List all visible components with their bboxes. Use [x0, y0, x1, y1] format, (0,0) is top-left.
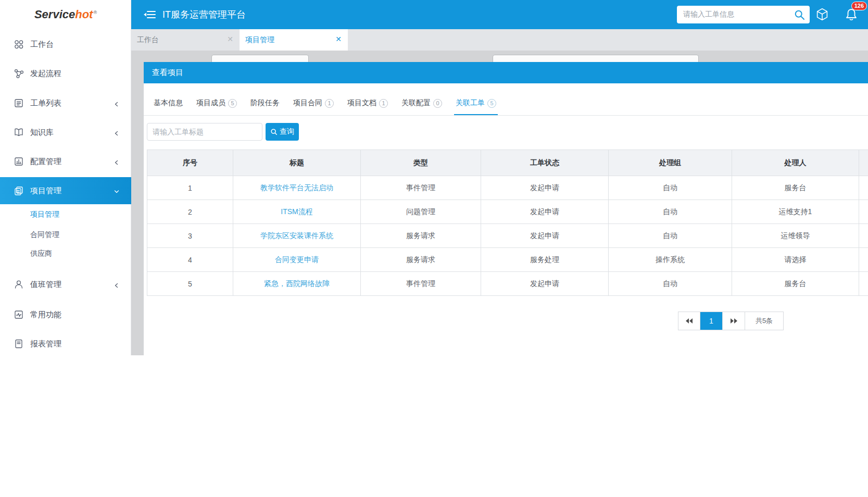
query-button[interactable]: 查询 — [266, 123, 299, 141]
window-tabbar: 工作台 ✕ 项目管理 ✕ — [131, 29, 868, 51]
sidebar-item-label: 知识库 — [30, 128, 54, 138]
table-row: 2 ITSM流程 问题管理 发起申请 自动 运维支持1 — [147, 200, 868, 224]
chevron-down-icon — [114, 188, 120, 194]
topbar-search-input[interactable] — [683, 6, 782, 22]
ticket-title-link[interactable]: 学院东区安装课件系统 — [233, 224, 361, 248]
cell-handle-group: 操作系统 — [609, 248, 732, 272]
col-header-title: 标题 — [233, 150, 361, 176]
cell-handle-group: 自动 — [609, 176, 732, 200]
app-root: Servicehot® 工作台 发起流程 工单列表 — [0, 0, 868, 497]
sidebar-subitem-project-management[interactable]: 项目管理 — [0, 205, 131, 224]
sidebar-item-label: 配置管理 — [30, 157, 61, 167]
grid-icon — [14, 39, 24, 49]
table-row: 1 教学软件平台无法启动 事件管理 发起申请 自动 服务台 — [147, 176, 868, 200]
pagination-page-1[interactable]: 1 — [700, 312, 723, 330]
sidebar-item-knowledge-base[interactable]: 知识库 — [0, 122, 131, 143]
ticket-title-link[interactable]: 合同变更申请 — [233, 248, 361, 272]
cell-extra — [859, 272, 868, 296]
sidebar-item-start-flow[interactable]: 发起流程 — [0, 63, 131, 84]
modal-header: 查看项目 — [144, 62, 868, 83]
cell-status: 发起申请 — [481, 224, 609, 248]
sidebar-subitem-label: 合同管理 — [30, 230, 59, 240]
cell-type: 服务请求 — [361, 224, 481, 248]
tab-count-badge: 0 — [433, 99, 442, 108]
search-icon[interactable] — [793, 8, 806, 21]
sidebar-subitem-contract-management[interactable]: 合同管理 — [0, 226, 131, 244]
window-tab-project-management[interactable]: 项目管理 ✕ — [240, 29, 348, 51]
tab-label: 关联配置 — [401, 98, 431, 108]
sidebar-subitem-label: 项目管理 — [30, 210, 59, 219]
cell-extra — [859, 248, 868, 272]
close-icon[interactable]: ✕ — [227, 35, 233, 43]
sidebar-item-config-management[interactable]: 配置管理 — [0, 151, 131, 172]
topbar-search — [677, 6, 810, 23]
tab-label: 基本信息 — [154, 98, 183, 108]
tab-project-members[interactable]: 项目成员 5 — [195, 98, 238, 115]
ticket-list-icon — [14, 98, 24, 108]
sidebar-subitem-supplier[interactable]: 供应商 — [0, 244, 131, 263]
tab-project-contracts[interactable]: 项目合同 1 — [292, 98, 335, 115]
cell-status: 发起申请 — [481, 272, 609, 296]
cell-handler: 服务台 — [732, 176, 859, 200]
tab-related-tickets[interactable]: 关联工单 5 — [454, 98, 498, 115]
window-tab-workbench[interactable]: 工作台 ✕ — [131, 29, 240, 51]
cell-extra — [859, 176, 868, 200]
ticket-title-search-input[interactable] — [153, 123, 257, 140]
cell-handle-group: 自动 — [609, 272, 732, 296]
flow-icon — [14, 68, 24, 79]
sidebar-item-label: 常用功能 — [30, 310, 61, 320]
sidebar-item-duty-management[interactable]: 值班管理 — [0, 274, 131, 295]
cell-extra — [859, 224, 868, 248]
related-tickets-table: 序号 标题 类型 工单状态 处理组 处理人 1 教学软件平台无法启动 事件管理 … — [147, 150, 868, 296]
sidebar-item-workbench[interactable]: 工作台 — [0, 34, 131, 55]
bar-chart-icon — [14, 156, 24, 167]
pagination-last-button[interactable] — [723, 312, 745, 330]
pagination-first-button[interactable] — [678, 312, 700, 330]
cell-handler: 服务台 — [732, 272, 859, 296]
cell-index: 5 — [147, 272, 233, 296]
notification-badge: 126 — [851, 2, 867, 10]
close-icon[interactable]: ✕ — [335, 35, 342, 43]
menu-fold-icon[interactable] — [143, 8, 156, 21]
cell-type: 事件管理 — [361, 272, 481, 296]
tab-basic-info[interactable]: 基本信息 — [152, 98, 184, 115]
tab-label: 项目合同 — [293, 98, 322, 108]
tab-related-config[interactable]: 关联配置 0 — [400, 98, 444, 115]
chevron-left-icon — [114, 100, 120, 106]
brand-logo: Servicehot® — [0, 0, 131, 29]
sidebar-item-project-management[interactable]: 项目管理 — [0, 177, 131, 204]
sidebar-item-common-functions[interactable]: 常用功能 — [0, 304, 131, 325]
modal-title: 查看项目 — [152, 68, 183, 78]
window-tab-label: 工作台 — [137, 35, 159, 45]
tab-label: 项目成员 — [196, 98, 225, 108]
tab-phase-tasks[interactable]: 阶段任务 — [249, 98, 281, 115]
pagination: 1 共5条 — [678, 312, 784, 330]
col-header-handle-group: 处理组 — [609, 150, 732, 176]
cell-status: 发起申请 — [481, 200, 609, 224]
topbar: IT服务运营管理平台 126 — [131, 0, 868, 29]
app-title: IT服务运营管理平台 — [162, 0, 246, 29]
double-chevron-left-icon — [685, 318, 694, 324]
ticket-title-link[interactable]: ITSM流程 — [233, 200, 361, 224]
logo-registered-mark: ® — [93, 10, 97, 15]
ticket-title-search — [147, 123, 262, 141]
documents-icon — [14, 185, 24, 196]
sidebar-item-label: 工单列表 — [30, 98, 61, 108]
tab-project-documents[interactable]: 项目文档 1 — [346, 98, 389, 115]
sidebar: Servicehot® 工作台 发起流程 工单列表 — [0, 0, 131, 355]
sidebar-item-report-management[interactable]: 报表管理 — [0, 333, 131, 354]
table-row: 4 合同变更申请 服务请求 服务处理 操作系统 请选择 — [147, 248, 868, 272]
cell-handler: 请选择 — [732, 248, 859, 272]
ticket-title-link[interactable]: 紧急，西院网络故障 — [233, 272, 361, 296]
cube-icon[interactable] — [814, 7, 830, 22]
sidebar-subitem-label: 供应商 — [30, 249, 52, 258]
col-header-index: 序号 — [147, 150, 233, 176]
cell-index: 1 — [147, 176, 233, 200]
cell-handler: 运维支持1 — [732, 200, 859, 224]
ticket-title-link[interactable]: 教学软件平台无法启动 — [233, 176, 361, 200]
sidebar-item-label: 值班管理 — [30, 280, 61, 290]
col-header-status: 工单状态 — [481, 150, 609, 176]
cell-handle-group: 自动 — [609, 224, 732, 248]
cell-status: 发起申请 — [481, 176, 609, 200]
sidebar-item-ticket-list[interactable]: 工单列表 — [0, 93, 131, 114]
